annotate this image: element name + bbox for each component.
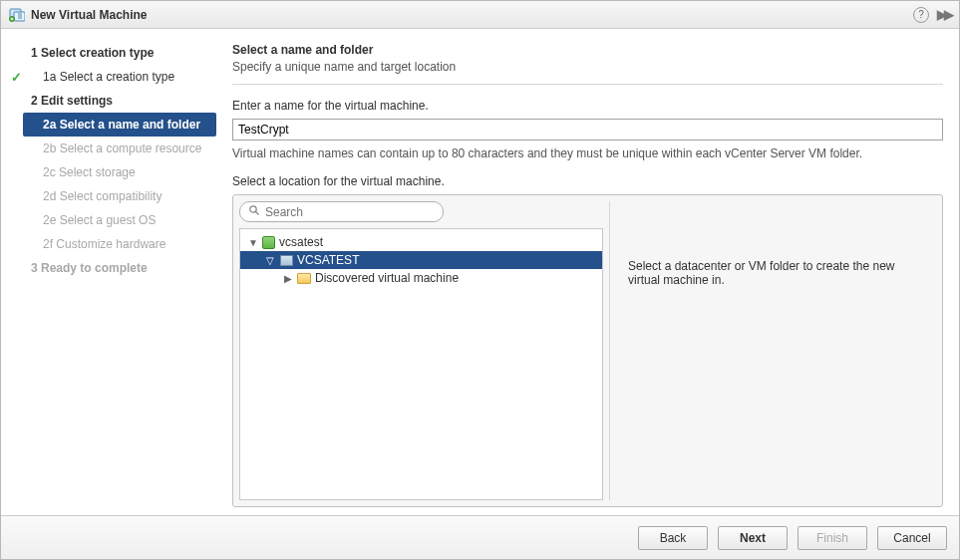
sidebar-step-2e: 2e Select a guest OS [1,208,222,232]
search-input[interactable] [265,205,435,219]
chevron-down-icon[interactable]: ▼ [248,237,260,248]
sidebar-step-2[interactable]: 2 Edit settings [1,89,222,113]
location-tree[interactable]: ▼ vcsatest ▽ VCSATEST ▶ [239,228,603,500]
sidebar-step-2f: 2f Customize hardware [1,232,222,256]
search-field[interactable] [239,201,444,222]
sidebar-label: 2b Select a compute resource [43,141,201,155]
sidebar-label: 1 Select creation type [31,46,154,60]
location-panel: ▼ vcsatest ▽ VCSATEST ▶ [232,194,943,507]
sidebar-step-3: 3 Ready to complete [1,256,222,280]
sidebar-step-2a[interactable]: 2a Select a name and folder [23,113,216,137]
location-label: Select a location for the virtual machin… [232,174,943,188]
chevron-right-icon[interactable]: ▶ [284,273,296,284]
tree-node-datacenter[interactable]: ▽ VCSATEST [240,251,602,269]
sidebar-step-1[interactable]: 1 Select creation type [1,41,222,65]
chevron-down-icon[interactable]: ▽ [266,255,278,266]
name-hint: Virtual machine names can contain up to … [232,146,943,160]
tree-label: VCSATEST [297,253,359,267]
name-label: Enter a name for the virtual machine. [232,99,943,113]
tree-label: vcsatest [279,235,323,249]
cancel-button[interactable]: Cancel [877,526,947,550]
sidebar-label: 2 Edit settings [31,94,113,108]
vm-icon [9,7,25,23]
sidebar-label: 2c Select storage [43,165,136,179]
page-title: Select a name and folder [232,43,943,57]
dialog-title: New Virtual Machine [31,8,913,22]
sidebar-label: 2d Select compatibility [43,189,161,203]
tree-node-folder[interactable]: ▶ Discovered virtual machine [240,269,602,287]
divider [232,84,943,85]
sidebar-step-2c: 2c Select storage [1,160,222,184]
datacenter-icon [278,253,294,267]
next-button[interactable]: Next [718,526,788,550]
sidebar-label: 1a Select a creation type [43,70,174,84]
info-panel: Select a datacenter or VM folder to crea… [609,201,936,500]
vcenter-icon [260,235,276,249]
sidebar-label: 3 Ready to complete [31,261,148,275]
dialog-footer: Back Next Finish Cancel [1,515,959,559]
folder-icon [296,271,312,285]
expand-icon[interactable]: ▶▶ [937,7,951,22]
dialog-body: 1 Select creation type ✓ 1a Select a cre… [1,29,959,515]
wizard-sidebar: 1 Select creation type ✓ 1a Select a cre… [1,29,222,515]
sidebar-step-2b: 2b Select a compute resource [1,137,222,160]
search-icon [248,204,260,219]
sidebar-step-2d: 2d Select compatibility [1,184,222,208]
page-subtitle: Specify a unique name and target locatio… [232,60,943,74]
vm-name-input[interactable] [232,119,943,140]
help-icon[interactable]: ? [913,7,929,23]
main-panel: Select a name and folder Specify a uniqu… [222,29,959,515]
tree-label: Discovered virtual machine [315,271,459,285]
svg-point-3 [250,206,256,212]
sidebar-label: 2e Select a guest OS [43,213,156,227]
info-text: Select a datacenter or VM folder to crea… [628,259,894,287]
tree-node-vcenter[interactable]: ▼ vcsatest [240,233,602,251]
svg-line-4 [256,212,259,215]
sidebar-label: 2a Select a name and folder [43,118,200,132]
checkmark-icon: ✓ [11,70,22,85]
sidebar-step-1a[interactable]: ✓ 1a Select a creation type [1,65,222,89]
titlebar: New Virtual Machine ? ▶▶ [1,1,959,29]
back-button[interactable]: Back [638,526,708,550]
sidebar-label: 2f Customize hardware [43,237,165,251]
new-vm-dialog: New Virtual Machine ? ▶▶ 1 Select creati… [0,0,960,560]
finish-button: Finish [798,526,867,550]
